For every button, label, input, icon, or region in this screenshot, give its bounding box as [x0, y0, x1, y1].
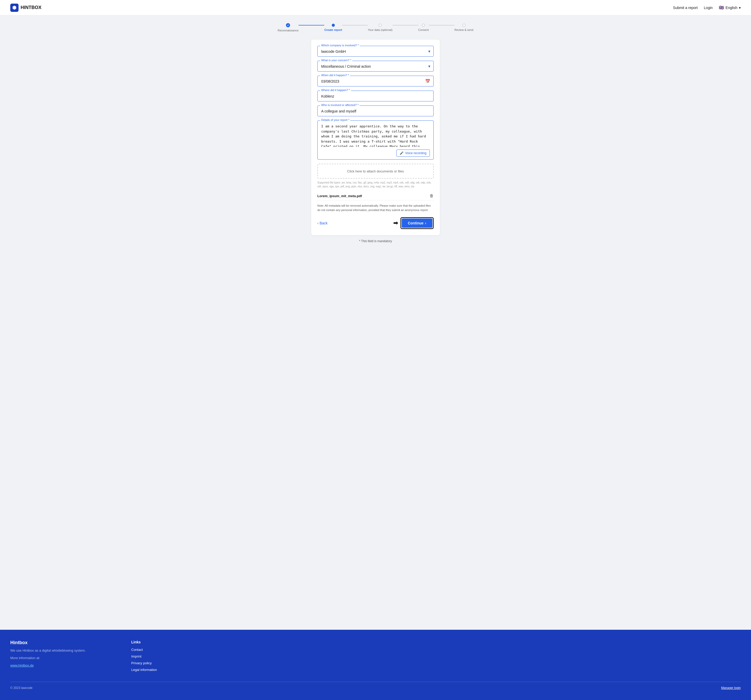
step-label-2: Create report [324, 28, 342, 31]
step-circle-1 [286, 23, 290, 27]
delete-file-button[interactable]: 🗑 [430, 193, 434, 198]
logo-icon [10, 4, 19, 12]
lang-label: English [726, 6, 737, 10]
back-label: Back [320, 221, 328, 225]
file-name: Lorem_ipsum_mit_meta.pdf [317, 194, 362, 198]
footer-desc: We use Hintbox as a digital whistleblowi… [10, 648, 121, 654]
footer-imprint: Imprint [131, 654, 242, 658]
step-label-3: Your data (optional) [368, 28, 392, 31]
step-consent: Consent [418, 24, 429, 31]
arrow-right-icon: ➡ [393, 220, 398, 227]
footer-more-info: More information at: [10, 655, 121, 661]
footer-top: Hintbox We use Hintbox as a digital whis… [10, 640, 242, 674]
voice-recording-button[interactable]: 🎤 Voice recording [396, 150, 430, 157]
header-nav: Submit a report Login 🇬🇧 English ▾ [673, 5, 741, 10]
continue-btn-wrapper: Continue › [400, 217, 434, 229]
concern-label: What is your concern? * [320, 59, 352, 62]
when-field: When did it happen? * 📅 [317, 76, 434, 87]
footer-links-list: Contact Imprint Privacy policy Legal inf… [131, 647, 242, 672]
connector-3 [392, 25, 418, 25]
chevron-left-icon: ‹ [317, 221, 318, 225]
contact-link[interactable]: Contact [131, 648, 143, 652]
uploaded-file-row: Lorem_ipsum_mit_meta.pdf 🗑 [317, 192, 434, 201]
continue-button[interactable]: Continue › [402, 218, 433, 228]
chevron-right-icon: › [425, 221, 426, 225]
concern-field: What is your concern? * Miscellaneous / … [317, 61, 434, 71]
footer-brand: Hintbox [10, 640, 121, 646]
manager-login-link[interactable]: Manager login [721, 686, 741, 690]
footer-bottom: © 2023 lawcode Manager login [10, 682, 741, 690]
continue-area: ➡ Continue › [393, 217, 434, 229]
where-field: Where did it happen? * [317, 91, 434, 101]
flag-icon: 🇬🇧 [719, 5, 724, 10]
file-attach-area[interactable]: Click here to attach documents or files [317, 164, 434, 179]
legal-link[interactable]: Legal information [131, 668, 157, 672]
mandatory-note: * This field is mandatory [5, 240, 746, 243]
chevron-down-icon: ▾ [739, 6, 741, 10]
continue-label: Continue [408, 221, 423, 225]
step-create-report: Create report [324, 24, 342, 31]
footer-contact: Contact [131, 647, 242, 652]
details-field: Details of your report * I am a second y… [317, 121, 434, 159]
supported-files-text: Supported file types: avi, bmp, css, fla… [317, 181, 434, 189]
submit-report-link[interactable]: Submit a report [673, 6, 698, 10]
nav-buttons: ‹ Back ➡ Continue › [317, 217, 434, 229]
back-button[interactable]: ‹ Back [317, 221, 328, 225]
step-label-1: Reconnaissance [278, 29, 298, 32]
form-card: Which company is involved? * lawcode Gmb… [311, 40, 440, 235]
step-circle-5 [462, 24, 465, 27]
company-label: Which company is involved? * [320, 44, 360, 47]
language-selector[interactable]: 🇬🇧 English ▾ [719, 5, 741, 10]
logo: HINTBOX [10, 4, 42, 12]
who-label: Who is involved or affected? * [320, 104, 360, 107]
stepper: Reconnaissance Create report Your data (… [5, 23, 746, 32]
footer-links: Links Contact Imprint Privacy policy Leg… [131, 640, 242, 674]
footer-legal: Legal information [131, 667, 242, 672]
step-circle-3 [379, 24, 382, 27]
footer-website-link[interactable]: www.hintbox.de [10, 663, 34, 667]
footer-brand-section: Hintbox We use Hintbox as a digital whis… [10, 640, 121, 674]
when-label: When did it happen? * [320, 74, 350, 77]
footer-links-title: Links [131, 640, 242, 644]
details-textarea[interactable]: I am a second year apprentice. On the wa… [321, 124, 430, 147]
step-label-5: Review & send [454, 28, 473, 31]
where-input[interactable] [321, 94, 430, 98]
footer-copyright: © 2023 lawcode [10, 686, 32, 690]
details-label: Details of your report * [320, 118, 350, 122]
concern-select[interactable]: Miscellaneous / Criminal action [321, 64, 430, 68]
calendar-icon: 📅 [425, 79, 430, 83]
voice-btn-label: Voice recording [405, 151, 426, 155]
when-input[interactable] [321, 79, 430, 83]
footer: Hintbox We use Hintbox as a digital whis… [0, 630, 751, 700]
step-reconnaissance: Reconnaissance [278, 23, 298, 32]
step-circle-4 [422, 24, 425, 27]
step-review-send: Review & send [454, 24, 473, 31]
privacy-link[interactable]: Privacy policy [131, 661, 151, 665]
connector-2 [342, 25, 368, 25]
connector-4 [429, 25, 454, 25]
connector-1 [298, 25, 324, 25]
file-attach-text: Click here to attach documents or files [347, 169, 404, 173]
who-input[interactable] [321, 109, 430, 113]
company-field: Which company is involved? * lawcode Gmb… [317, 46, 434, 57]
main-content: Reconnaissance Create report Your data (… [0, 15, 751, 630]
step-label-4: Consent [418, 28, 429, 31]
who-field: Who is involved or affected? * [317, 105, 434, 116]
footer-privacy: Privacy policy [131, 661, 242, 665]
header: HINTBOX Submit a report Login 🇬🇧 English… [0, 0, 751, 15]
step-your-data: Your data (optional) [368, 24, 392, 31]
metadata-note: Note: All metadata will be removed autom… [317, 204, 434, 212]
microphone-icon: 🎤 [400, 151, 403, 155]
login-link[interactable]: Login [704, 6, 712, 10]
logo-text: HINTBOX [21, 5, 42, 10]
step-circle-2 [332, 24, 335, 27]
where-label: Where did it happen? * [320, 88, 351, 92]
company-select[interactable]: lawcode GmbH [321, 49, 430, 54]
imprint-link[interactable]: Imprint [131, 654, 142, 658]
